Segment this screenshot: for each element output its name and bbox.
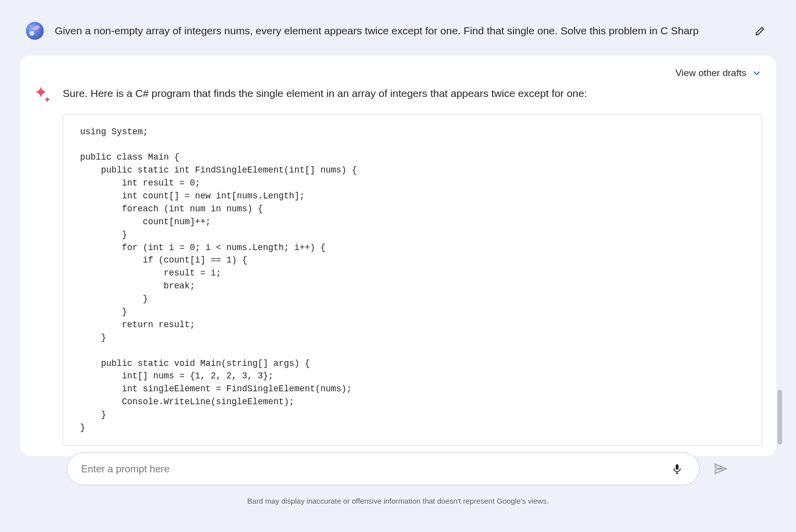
user-prompt-text: Given a non-empty array of integers nums… xyxy=(55,23,739,39)
user-avatar xyxy=(26,22,44,40)
chevron-down-icon[interactable] xyxy=(751,68,762,79)
scrollbar-thumb[interactable] xyxy=(778,390,782,444)
drafts-row: View other drafts xyxy=(34,68,762,86)
user-message: Given a non-empty array of integers nums… xyxy=(12,12,784,50)
view-drafts-button[interactable]: View other drafts xyxy=(676,68,746,79)
pencil-icon xyxy=(754,25,766,37)
input-area xyxy=(67,452,729,485)
prompt-input[interactable] xyxy=(81,463,669,475)
assistant-content: Sure. Here is a C# program that finds th… xyxy=(63,86,762,456)
disclaimer-text: Bard may display inaccurate or offensive… xyxy=(12,497,784,505)
microphone-button[interactable] xyxy=(669,461,685,477)
assistant-response-card: View other drafts xyxy=(20,56,776,456)
edit-prompt-button[interactable] xyxy=(750,21,770,41)
bard-avatar xyxy=(34,86,52,103)
code-block[interactable]: using System; public class Main { public… xyxy=(63,114,762,446)
assistant-body: Sure. Here is a C# program that finds th… xyxy=(34,86,762,456)
sparkle-icon xyxy=(34,86,52,103)
chat-container: Given a non-empty array of integers nums… xyxy=(12,12,784,520)
microphone-icon xyxy=(672,463,683,474)
prompt-box[interactable] xyxy=(67,452,699,485)
send-icon xyxy=(713,462,727,476)
assistant-intro-text: Sure. Here is a C# program that finds th… xyxy=(63,86,762,101)
send-button[interactable] xyxy=(711,460,729,478)
